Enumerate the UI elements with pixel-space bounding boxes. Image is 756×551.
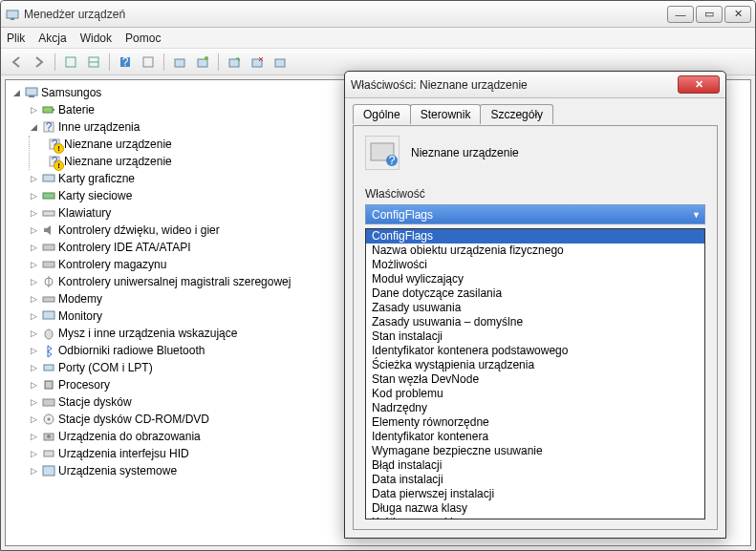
dialog-titlebar[interactable]: Właściwości: Nieznane urządzenie ✕	[345, 72, 725, 98]
mouse-icon	[41, 326, 56, 341]
dropdown-option[interactable]: Wymagane bezpieczne usuwanie	[366, 444, 704, 458]
expander-icon[interactable]: ▷	[29, 432, 39, 442]
tree-item[interactable]: Kontrolery dźwięku, wideo i gier	[58, 222, 220, 239]
forward-button[interactable]	[30, 53, 49, 72]
tab-driver[interactable]: Sterownik	[410, 104, 482, 124]
svg-rect-11	[229, 59, 239, 67]
dropdown-option[interactable]: Krótka nazwa klasy	[366, 516, 704, 519]
tree-item[interactable]: Modemy	[58, 290, 102, 307]
expander-icon[interactable]: ▷	[29, 380, 39, 391]
cdrom-icon	[41, 412, 56, 427]
dropdown-option[interactable]: Możliwości	[366, 258, 704, 272]
toolbar-icon[interactable]	[193, 53, 212, 72]
toolbar-icon[interactable]	[270, 53, 290, 72]
dropdown-option[interactable]: Długa nazwa klasy	[366, 501, 704, 516]
tree-item[interactable]: Karty graficzne	[58, 170, 135, 187]
dropdown-option[interactable]: Kod problemu	[366, 387, 704, 401]
close-button[interactable]: ✕	[724, 6, 751, 23]
help-icon[interactable]: ?	[116, 53, 135, 72]
expander-icon[interactable]: ▷	[29, 311, 39, 322]
tree-root[interactable]: Samsungos	[41, 84, 101, 101]
dropdown-option[interactable]: ConfigFlags	[366, 229, 704, 244]
dropdown-option[interactable]: Data instalacji	[366, 473, 704, 487]
titlebar[interactable]: Menedżer urządzeń — ▭ ✕	[1, 1, 755, 28]
expander-icon[interactable]: ▷	[29, 449, 39, 459]
toolbar-icon[interactable]	[248, 53, 267, 72]
dropdown-option[interactable]: Moduł wyliczający	[366, 272, 704, 286]
expander-icon[interactable]: ▷	[29, 414, 39, 425]
tree-item[interactable]: Kontrolery uniwersalnej magistrali szere…	[58, 273, 291, 290]
expander-icon[interactable]: ▷	[29, 208, 39, 219]
dropdown-option[interactable]: Błąd instalacji	[366, 458, 704, 473]
dropdown-option[interactable]: Ścieżka wystąpienia urządzenia	[366, 358, 704, 372]
dropdown-option[interactable]: Nadrzędny	[366, 401, 704, 415]
sound-icon	[41, 223, 56, 238]
tab-general[interactable]: Ogólne	[353, 104, 411, 124]
tree-item[interactable]: Nieznane urządzenie	[64, 153, 172, 170]
tree-item[interactable]: Inne urządzenia	[58, 118, 140, 136]
toolbar-icon[interactable]	[139, 53, 158, 72]
dropdown-option[interactable]: Identyfikator kontenera	[366, 430, 704, 444]
back-button[interactable]	[7, 53, 26, 72]
tree-item[interactable]: Nieznane urządzenie	[64, 136, 172, 153]
tree-item[interactable]: Stacje dysków CD-ROM/DVD	[58, 411, 209, 428]
tree-item[interactable]: Klawiatury	[58, 204, 111, 222]
dropdown-option[interactable]: Nazwa obiektu urządzenia fizycznego	[366, 244, 704, 258]
expander-icon[interactable]: ▷	[29, 277, 39, 287]
expander-icon[interactable]: ▷	[29, 294, 39, 305]
expander-icon[interactable]: ▷	[29, 346, 39, 356]
expander-icon[interactable]: ▷	[29, 105, 39, 116]
property-dropdown-list[interactable]: ConfigFlagsNazwa obiektu urządzenia fizy…	[365, 228, 705, 519]
dropdown-option[interactable]: Dane dotyczące zasilania	[366, 286, 704, 301]
tree-item[interactable]: Urządzenia interfejsu HID	[58, 445, 189, 462]
dropdown-option[interactable]: Data pierwszej instalacji	[366, 487, 704, 501]
maximize-button[interactable]: ▭	[696, 6, 723, 23]
menu-file[interactable]: Plik	[7, 32, 25, 45]
dialog-title: Właściwości: Nieznane urządzenie	[351, 78, 678, 92]
expander-icon[interactable]: ▷	[29, 191, 39, 201]
expander-icon[interactable]: ▷	[29, 328, 39, 339]
toolbar-icon[interactable]	[61, 53, 80, 72]
tree-item[interactable]: Porty (COM i LPT)	[58, 359, 153, 376]
tree-item[interactable]: Kontrolery IDE ATA/ATAPI	[58, 239, 191, 256]
dropdown-option[interactable]: Stan węzła DevNode	[366, 372, 704, 387]
tree-item[interactable]: Karty sieciowe	[58, 187, 132, 204]
menu-view[interactable]: Widok	[80, 32, 112, 45]
expander-icon[interactable]: ▷	[29, 243, 39, 253]
menubar: Plik Akcja Widok Pomoc	[1, 28, 755, 49]
tree-item[interactable]: Urządzenia systemowe	[58, 462, 177, 479]
dropdown-option[interactable]: Elementy równorzędne	[366, 415, 704, 430]
expander-icon[interactable]: ▷	[29, 397, 39, 408]
dropdown-option[interactable]: Zasady usuwania	[366, 301, 704, 315]
tree-item[interactable]: Urządzenia do obrazowania	[58, 428, 201, 445]
toolbar-icon[interactable]	[170, 53, 189, 72]
tree-item[interactable]: Procesory	[58, 376, 110, 393]
dropdown-option[interactable]: Stan instalacji	[366, 329, 704, 344]
dropdown-option[interactable]: Identyfikator kontenera podstawowego	[366, 344, 704, 358]
tree-item[interactable]: Baterie	[58, 101, 95, 118]
expander-icon[interactable]: ◢	[29, 122, 39, 133]
tree-item[interactable]: Monitory	[58, 307, 102, 325]
toolbar-icon[interactable]	[225, 53, 244, 72]
expander-icon[interactable]: ▷	[29, 260, 39, 270]
chevron-down-icon: ▼	[692, 210, 701, 220]
property-combobox[interactable]: ConfigFlags ▼	[365, 204, 705, 224]
tree-item[interactable]: Odbiorniki radiowe Bluetooth	[58, 342, 205, 359]
minimize-button[interactable]: —	[667, 6, 694, 23]
expander-icon[interactable]: ▷	[29, 174, 39, 184]
expander-icon[interactable]: ▷	[29, 225, 39, 236]
unknown-device-icon: ?	[47, 154, 62, 169]
tree-item[interactable]: Mysz i inne urządzenia wskazujące	[58, 325, 237, 342]
expander-icon[interactable]: ▷	[29, 363, 39, 373]
toolbar-icon[interactable]	[84, 53, 103, 72]
tab-details[interactable]: Szczegóły	[480, 104, 553, 124]
dropdown-option[interactable]: Zasady usuwania – domyślne	[366, 315, 704, 329]
tree-item[interactable]: Stacje dysków	[58, 393, 132, 411]
menu-action[interactable]: Akcja	[38, 32, 66, 45]
dialog-close-button[interactable]: ✕	[678, 75, 720, 94]
menu-help[interactable]: Pomoc	[125, 32, 161, 45]
expander-icon[interactable]: ◢	[11, 88, 22, 98]
tree-item[interactable]: Kontrolery magazynu	[58, 256, 166, 273]
app-icon	[5, 7, 20, 22]
expander-icon[interactable]: ▷	[29, 466, 39, 477]
